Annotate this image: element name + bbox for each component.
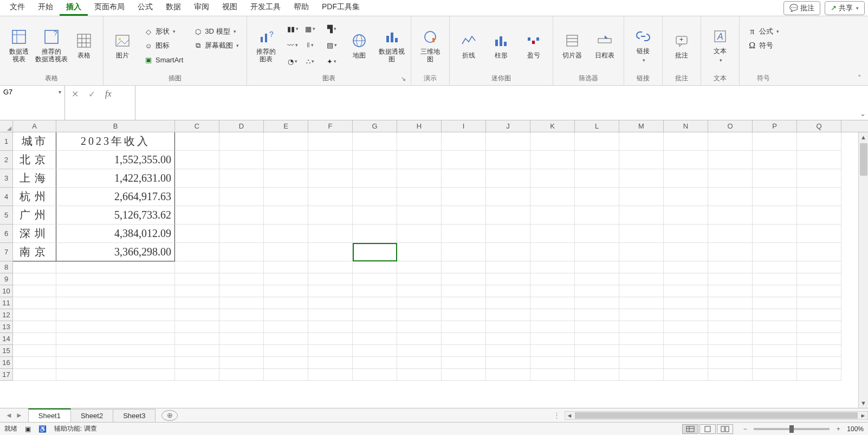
vertical-scrollbar[interactable]: ▲ ▼	[858, 132, 868, 408]
cell-G8[interactable]	[353, 261, 397, 273]
cell-I15[interactable]	[442, 345, 486, 357]
cell-H5[interactable]	[397, 206, 442, 225]
cell-K1[interactable]	[530, 132, 575, 151]
cell-O3[interactable]	[708, 169, 753, 188]
cell-I17[interactable]	[442, 369, 486, 381]
menu-item-6[interactable]: 审阅	[187, 0, 216, 16]
cell-E17[interactable]	[264, 369, 308, 381]
view-page-break-button[interactable]	[717, 424, 733, 434]
cell-N15[interactable]	[664, 345, 708, 357]
scroll-left-arrow[interactable]: ◄	[565, 412, 574, 419]
cell-C9[interactable]	[175, 273, 219, 285]
cell-M11[interactable]	[619, 297, 664, 309]
column-header-I[interactable]: I	[442, 120, 486, 132]
cell-H14[interactable]	[397, 333, 442, 345]
sheet-tab-Sheet2[interactable]: Sheet2	[70, 409, 113, 422]
cell-E5[interactable]	[264, 206, 308, 225]
scroll-up-arrow[interactable]: ▲	[859, 132, 868, 142]
symbol-button[interactable]: Ω符号	[745, 40, 781, 52]
cell-B5[interactable]: 5,126,733.62	[56, 206, 175, 225]
cell-G1[interactable]	[353, 132, 397, 151]
cell-N11[interactable]	[664, 297, 708, 309]
cell-C15[interactable]	[175, 345, 219, 357]
cell-C5[interactable]	[175, 206, 219, 225]
cell-N16[interactable]	[664, 357, 708, 369]
cell-H7[interactable]	[397, 243, 442, 261]
cell-M10[interactable]	[619, 285, 664, 297]
cell-Q1[interactable]	[797, 132, 841, 151]
cell-P4[interactable]	[753, 188, 797, 206]
cell-J3[interactable]	[486, 169, 530, 188]
table-button[interactable]: 表格	[70, 32, 98, 59]
cell-H13[interactable]	[397, 321, 442, 333]
cell-C8[interactable]	[175, 261, 219, 273]
cell-L11[interactable]	[575, 297, 619, 309]
cell-J15[interactable]	[486, 345, 530, 357]
cell-A13[interactable]	[13, 321, 56, 333]
column-header-B[interactable]: B	[56, 120, 175, 132]
cell-I8[interactable]	[442, 261, 486, 273]
cell-I5[interactable]	[442, 206, 486, 225]
recommended-charts-button[interactable]: ? 推荐的 图表	[252, 28, 280, 63]
cell-H6[interactable]	[397, 225, 442, 243]
cell-D7[interactable]	[219, 243, 264, 261]
cell-A9[interactable]	[13, 273, 56, 285]
accessibility-icon[interactable]: ♿	[38, 425, 47, 433]
cell-O16[interactable]	[708, 357, 753, 369]
cell-G10[interactable]	[353, 285, 397, 297]
cell-G17[interactable]	[353, 369, 397, 381]
cell-C7[interactable]	[175, 243, 219, 261]
scroll-right-arrow[interactable]: ►	[859, 412, 867, 419]
cell-D16[interactable]	[219, 357, 264, 369]
cell-P10[interactable]	[753, 285, 797, 297]
cell-P6[interactable]	[753, 225, 797, 243]
cell-E9[interactable]	[264, 273, 308, 285]
row-header-9[interactable]: 9	[0, 273, 13, 285]
menu-item-8[interactable]: 开发工具	[244, 0, 287, 16]
cell-P5[interactable]	[753, 206, 797, 225]
cell-D10[interactable]	[219, 285, 264, 297]
cell-M9[interactable]	[619, 273, 664, 285]
cell-E8[interactable]	[264, 261, 308, 273]
cell-C2[interactable]	[175, 151, 219, 169]
cell-Q15[interactable]	[797, 345, 841, 357]
cell-H4[interactable]	[397, 188, 442, 206]
row-header-4[interactable]: 4	[0, 188, 13, 206]
equation-button[interactable]: π公式▾	[745, 25, 781, 37]
row-header-17[interactable]: 17	[0, 369, 13, 381]
cell-Q7[interactable]	[797, 243, 841, 261]
cell-A6[interactable]: 深圳	[13, 225, 56, 243]
cell-K17[interactable]	[530, 369, 575, 381]
cell-I12[interactable]	[442, 309, 486, 321]
cell-B7[interactable]: 3,366,298.00	[56, 243, 175, 261]
cell-F9[interactable]	[308, 273, 353, 285]
cell-Q10[interactable]	[797, 285, 841, 297]
cell-Q9[interactable]	[797, 273, 841, 285]
cell-F2[interactable]	[308, 151, 353, 169]
cell-M4[interactable]	[619, 188, 664, 206]
cell-H2[interactable]	[397, 151, 442, 169]
column-header-D[interactable]: D	[219, 120, 264, 132]
cell-O1[interactable]	[708, 132, 753, 151]
sparkline-winloss-button[interactable]: 盈亏	[520, 32, 547, 59]
cell-K11[interactable]	[530, 297, 575, 309]
cell-I9[interactable]	[442, 273, 486, 285]
cell-B12[interactable]	[56, 309, 175, 321]
cell-K4[interactable]	[530, 188, 575, 206]
cell-Q17[interactable]	[797, 369, 841, 381]
pivot-chart-button[interactable]: 数据透视图	[378, 28, 405, 63]
cell-O9[interactable]	[708, 273, 753, 285]
cell-C4[interactable]	[175, 188, 219, 206]
name-box-input[interactable]	[3, 88, 52, 96]
cell-A2[interactable]: 北京	[13, 151, 56, 169]
recommended-pivot-button[interactable]: ? 推荐的 数据透视表	[38, 28, 65, 63]
cell-I7[interactable]	[442, 243, 486, 261]
menu-item-1[interactable]: 开始	[31, 0, 60, 16]
cell-H3[interactable]	[397, 169, 442, 188]
cell-O5[interactable]	[708, 206, 753, 225]
cell-J16[interactable]	[486, 357, 530, 369]
row-header-12[interactable]: 12	[0, 309, 13, 321]
cell-A15[interactable]	[13, 345, 56, 357]
cell-Q14[interactable]	[797, 333, 841, 345]
cell-A16[interactable]	[13, 357, 56, 369]
